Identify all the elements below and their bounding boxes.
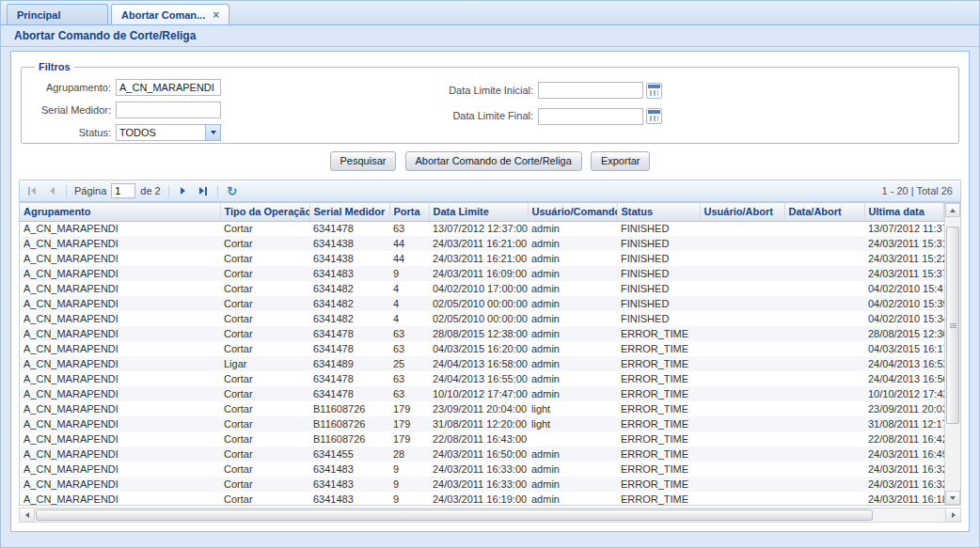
horizontal-scroll-thumb[interactable] — [36, 509, 873, 521]
pesquisar-button[interactable]: Pesquisar — [330, 151, 397, 171]
serial-medidor-label: Serial Medidor: — [31, 104, 111, 116]
table-row[interactable]: A_CN_MARAPENDICortar63414552824/03/2011 … — [20, 446, 944, 462]
column-header-data-limite[interactable]: Data Limite — [429, 203, 528, 221]
tab-principal[interactable]: Principal — [7, 4, 108, 24]
prev-page-icon — [50, 187, 55, 195]
table-row[interactable]: A_CN_MARAPENDICortar63414786310/10/2012 … — [20, 386, 944, 401]
data-limite-final-input[interactable] — [538, 108, 643, 125]
tab-abortar-comando[interactable]: Abortar Coman... × — [111, 4, 229, 24]
grid-viewport: AgrupamentoTipo da OperaçãoSerial Medido… — [20, 203, 944, 505]
grid-cell — [784, 371, 864, 386]
grid-cell: 04/02/2010 15:41 — [864, 281, 944, 296]
results-grid: AgrupamentoTipo da OperaçãoSerial Medido… — [19, 202, 961, 506]
vertical-scrollbar[interactable] — [944, 203, 960, 505]
calendar-icon-inicial[interactable] — [646, 83, 662, 99]
table-row[interactable]: A_CN_MARAPENDICortar6341483924/03/2011 1… — [20, 266, 944, 281]
table-row[interactable]: A_CN_MARAPENDICortar6341482402/05/2010 0… — [20, 311, 944, 326]
grid-cell: Cortar — [220, 477, 309, 492]
grid-cell — [700, 296, 784, 311]
table-row[interactable]: A_CN_MARAPENDICortar63414786328/08/2015 … — [20, 326, 944, 341]
prev-page-button[interactable] — [43, 182, 60, 199]
grid-cell — [784, 236, 864, 251]
page-number-input[interactable] — [111, 183, 135, 198]
calendar-icon-final[interactable] — [646, 108, 662, 124]
grid-cell: Cortar — [220, 296, 309, 311]
grid-cell: 24/03/2011 16:33:00 — [429, 462, 528, 477]
table-row[interactable]: A_CN_MARAPENDICortarB1160872617931/08/20… — [20, 416, 944, 431]
abortar-comando-button[interactable]: Abortar Comando de Corte/Religa — [405, 151, 582, 171]
grid-cell — [784, 462, 864, 477]
table-row[interactable]: A_CN_MARAPENDICortar6341482404/02/2010 1… — [20, 281, 944, 296]
scroll-right-button[interactable] — [945, 509, 960, 522]
refresh-button[interactable]: ↻ — [224, 182, 241, 199]
record-range-label: 1 - 20 | Total 26 — [882, 185, 953, 196]
grid-cell: 24/03/2011 16:18 — [864, 492, 944, 505]
table-row[interactable]: A_CN_MARAPENDICortarB1160872617923/09/20… — [20, 401, 944, 416]
grid-cell: 63 — [389, 326, 429, 341]
grid-cell: ERROR_TIME — [617, 416, 700, 431]
vertical-scroll-track[interactable] — [945, 217, 960, 491]
table-row[interactable]: A_CN_MARAPENDICortar6341483924/03/2011 1… — [20, 462, 944, 477]
tab-close-icon[interactable]: × — [213, 10, 219, 20]
agrupamento-input[interactable] — [116, 79, 221, 96]
grid-cell: B11608726 — [309, 416, 389, 431]
table-row[interactable]: A_CN_MARAPENDICortar63414384424/03/2011 … — [20, 251, 944, 266]
grid-cell: 6341483 — [309, 477, 389, 492]
last-page-button[interactable] — [195, 182, 212, 199]
table-row[interactable]: A_CN_MARAPENDICortar6341483924/03/2011 1… — [20, 477, 944, 492]
column-header-usu-rio-abort[interactable]: Usuário/Abort — [700, 203, 784, 221]
table-row[interactable]: A_CN_MARAPENDICortarB1160872617922/08/20… — [20, 431, 944, 446]
grid-cell — [700, 371, 784, 386]
column-header-tipo-da-opera-o[interactable]: Tipo da Operação — [220, 203, 309, 221]
table-row[interactable]: A_CN_MARAPENDICortar6341482402/05/2010 0… — [20, 296, 944, 311]
status-combo-trigger[interactable] — [205, 124, 221, 141]
grid-cell: ERROR_TIME — [617, 371, 700, 386]
column-header-porta[interactable]: Porta — [389, 203, 429, 221]
tab-abortar-comando-label: Abortar Coman... — [121, 9, 205, 21]
status-combo-input[interactable] — [116, 124, 205, 141]
grid-cell: 28 — [389, 446, 429, 462]
serial-medidor-input[interactable] — [116, 102, 221, 118]
horizontal-scrollbar[interactable] — [19, 508, 961, 523]
horizontal-scroll-track[interactable] — [35, 509, 945, 522]
data-limite-inicial-input[interactable] — [538, 82, 643, 99]
column-header-agrupamento[interactable]: Agrupamento — [20, 203, 220, 221]
grid-cell: 179 — [389, 401, 429, 416]
page-title-bar: Abortar Comando de Corte/Religa — [1, 25, 979, 47]
grid-cell: 6341483 — [309, 462, 389, 477]
next-page-button[interactable] — [175, 182, 192, 199]
data-limite-inicial-label: Data Limite Inicial: — [447, 86, 533, 96]
scroll-down-button[interactable] — [945, 491, 960, 505]
scroll-up-button[interactable] — [945, 203, 960, 217]
grid-cell: A_CN_MARAPENDI — [20, 356, 220, 371]
grid-cell: admin — [528, 266, 617, 281]
scroll-left-button[interactable] — [20, 509, 35, 522]
grid-cell: A_CN_MARAPENDI — [20, 326, 220, 341]
column-header-status[interactable]: Status — [617, 203, 700, 221]
grid-cell: FINISHED — [617, 311, 700, 326]
grid-cell: A_CN_MARAPENDI — [20, 371, 220, 386]
grid-cell: 24/03/2011 16:50:00 — [429, 446, 528, 462]
column-header-usu-rio-comando[interactable]: Usuário/Comando — [528, 203, 617, 221]
exportar-button[interactable]: Exportar — [591, 151, 651, 171]
status-combo[interactable] — [116, 124, 221, 141]
table-row[interactable]: A_CN_MARAPENDICortar63414384424/03/2011 … — [20, 236, 944, 251]
toolbar-separator — [66, 185, 67, 197]
table-row[interactable]: A_CN_MARAPENDILigar63414892524/04/2013 1… — [20, 356, 944, 371]
first-page-button[interactable] — [24, 182, 40, 199]
column-header-serial-medidor[interactable]: Serial Medidor — [309, 203, 389, 221]
grid-cell: 6341478 — [309, 221, 389, 236]
column-header-ultima-data[interactable]: Ultima data — [864, 203, 944, 221]
grid-cell: Ligar — [220, 356, 309, 371]
grid-cell: 63 — [389, 386, 429, 401]
column-header-data-abort[interactable]: Data/Abort — [784, 203, 864, 221]
table-row[interactable]: A_CN_MARAPENDICortar6341483924/03/2011 1… — [20, 492, 944, 505]
grid-cell: 24/03/2011 16:19:00 — [429, 492, 528, 505]
table-row[interactable]: A_CN_MARAPENDICortar63414786324/04/2013 … — [20, 371, 944, 386]
grid-cell: 02/05/2010 00:00:00 — [429, 311, 528, 326]
table-row[interactable]: A_CN_MARAPENDICortar63414786313/07/2012 … — [20, 221, 944, 236]
table-row[interactable]: A_CN_MARAPENDICortar63414786304/03/2015 … — [20, 341, 944, 356]
grid-cell: 6341483 — [309, 266, 389, 281]
vertical-scroll-thumb[interactable] — [946, 227, 959, 424]
grid-cell — [528, 431, 617, 446]
